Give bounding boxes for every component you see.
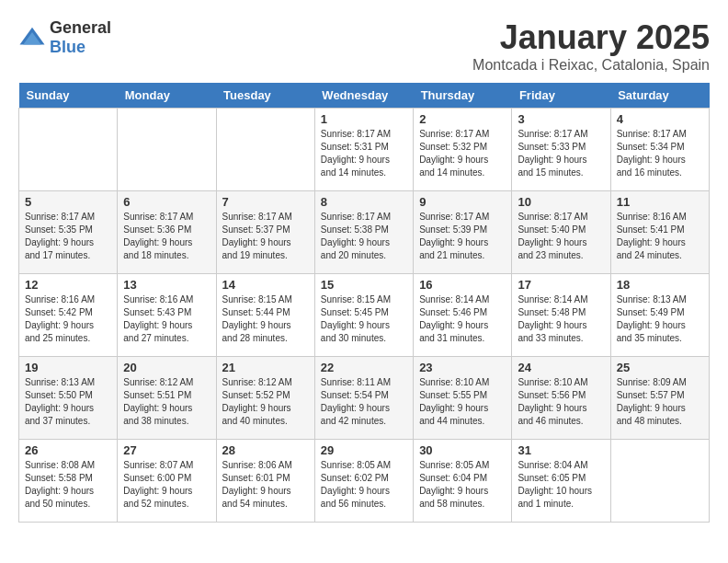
day-info: Sunrise: 8:10 AM Sunset: 5:56 PM Dayligh… [518, 376, 604, 428]
calendar-cell: 9Sunrise: 8:17 AM Sunset: 5:39 PM Daylig… [414, 191, 512, 274]
logo-icon [18, 24, 46, 52]
title-area: January 2025 Montcada i Reixac, Cataloni… [472, 18, 710, 74]
day-info: Sunrise: 8:04 AM Sunset: 6:05 PM Dayligh… [518, 459, 604, 511]
day-info: Sunrise: 8:09 AM Sunset: 5:57 PM Dayligh… [617, 376, 703, 428]
logo-blue-text: Blue [50, 38, 85, 56]
calendar-week-row: 12Sunrise: 8:16 AM Sunset: 5:42 PM Dayli… [19, 274, 710, 357]
calendar-cell: 16Sunrise: 8:14 AM Sunset: 5:46 PM Dayli… [414, 274, 512, 357]
calendar-cell: 12Sunrise: 8:16 AM Sunset: 5:42 PM Dayli… [19, 274, 118, 357]
day-info: Sunrise: 8:17 AM Sunset: 5:31 PM Dayligh… [321, 128, 407, 179]
calendar-cell: 29Sunrise: 8:05 AM Sunset: 6:02 PM Dayli… [314, 440, 413, 523]
calendar-cell: 30Sunrise: 8:05 AM Sunset: 6:04 PM Dayli… [414, 440, 512, 523]
weekday-header-wednesday: Wednesday [314, 83, 413, 109]
day-info: Sunrise: 8:13 AM Sunset: 5:50 PM Dayligh… [25, 376, 111, 428]
day-number: 11 [617, 195, 703, 209]
day-number: 1 [321, 112, 407, 126]
day-info: Sunrise: 8:12 AM Sunset: 5:52 PM Dayligh… [222, 376, 309, 428]
calendar-cell: 13Sunrise: 8:16 AM Sunset: 5:43 PM Dayli… [118, 274, 216, 357]
calendar-cell [610, 440, 709, 523]
day-info: Sunrise: 8:17 AM Sunset: 5:37 PM Dayligh… [222, 211, 309, 262]
calendar-body: 1Sunrise: 8:17 AM Sunset: 5:31 PM Daylig… [19, 109, 710, 523]
day-number: 31 [518, 443, 604, 457]
day-info: Sunrise: 8:16 AM Sunset: 5:41 PM Dayligh… [617, 211, 703, 262]
calendar-cell: 3Sunrise: 8:17 AM Sunset: 5:33 PM Daylig… [512, 109, 610, 191]
day-info: Sunrise: 8:17 AM Sunset: 5:39 PM Dayligh… [419, 211, 506, 262]
calendar-cell: 15Sunrise: 8:15 AM Sunset: 5:45 PM Dayli… [314, 274, 413, 357]
day-number: 10 [518, 195, 604, 209]
day-info: Sunrise: 8:15 AM Sunset: 5:44 PM Dayligh… [222, 293, 309, 345]
month-title: January 2025 [472, 18, 710, 57]
day-info: Sunrise: 8:12 AM Sunset: 5:51 PM Dayligh… [123, 376, 210, 428]
calendar-cell: 23Sunrise: 8:10 AM Sunset: 5:55 PM Dayli… [414, 357, 512, 440]
calendar-cell: 26Sunrise: 8:08 AM Sunset: 5:58 PM Dayli… [19, 440, 118, 523]
day-info: Sunrise: 8:06 AM Sunset: 6:01 PM Dayligh… [222, 459, 309, 511]
calendar-cell: 25Sunrise: 8:09 AM Sunset: 5:57 PM Dayli… [610, 357, 709, 440]
calendar-week-row: 19Sunrise: 8:13 AM Sunset: 5:50 PM Dayli… [19, 357, 710, 440]
calendar-cell: 4Sunrise: 8:17 AM Sunset: 5:34 PM Daylig… [610, 109, 709, 191]
day-number: 26 [25, 443, 111, 457]
day-number: 30 [419, 443, 506, 457]
day-number: 7 [222, 195, 309, 209]
calendar-cell: 5Sunrise: 8:17 AM Sunset: 5:35 PM Daylig… [19, 191, 118, 274]
day-number: 16 [419, 278, 506, 292]
calendar-cell: 31Sunrise: 8:04 AM Sunset: 6:05 PM Dayli… [512, 440, 610, 523]
calendar-cell: 14Sunrise: 8:15 AM Sunset: 5:44 PM Dayli… [216, 274, 314, 357]
calendar-cell: 18Sunrise: 8:13 AM Sunset: 5:49 PM Dayli… [610, 274, 709, 357]
calendar-cell: 1Sunrise: 8:17 AM Sunset: 5:31 PM Daylig… [314, 109, 413, 191]
day-number: 2 [419, 112, 506, 126]
location-title: Montcada i Reixac, Catalonia, Spain [472, 57, 710, 74]
day-info: Sunrise: 8:13 AM Sunset: 5:49 PM Dayligh… [617, 293, 703, 345]
day-info: Sunrise: 8:17 AM Sunset: 5:32 PM Dayligh… [419, 128, 506, 179]
day-number: 8 [321, 195, 407, 209]
day-number: 3 [518, 112, 604, 126]
day-info: Sunrise: 8:08 AM Sunset: 5:58 PM Dayligh… [25, 459, 111, 511]
calendar-cell [19, 109, 118, 191]
weekday-header-sunday: Sunday [19, 83, 118, 109]
day-info: Sunrise: 8:14 AM Sunset: 5:46 PM Dayligh… [419, 293, 506, 345]
day-number: 5 [25, 195, 111, 209]
weekday-header-saturday: Saturday [610, 83, 709, 109]
day-info: Sunrise: 8:15 AM Sunset: 5:45 PM Dayligh… [321, 293, 407, 345]
day-number: 25 [617, 361, 703, 374]
day-number: 22 [321, 361, 407, 374]
day-info: Sunrise: 8:14 AM Sunset: 5:48 PM Dayligh… [518, 293, 604, 345]
day-number: 29 [321, 443, 407, 457]
day-number: 21 [222, 361, 309, 374]
calendar-cell: 2Sunrise: 8:17 AM Sunset: 5:32 PM Daylig… [414, 109, 512, 191]
day-info: Sunrise: 8:17 AM Sunset: 5:38 PM Dayligh… [321, 211, 407, 262]
header: General Blue January 2025 Montcada i Rei… [18, 18, 710, 74]
weekday-header-row: SundayMondayTuesdayWednesdayThursdayFrid… [19, 83, 710, 109]
day-info: Sunrise: 8:16 AM Sunset: 5:42 PM Dayligh… [25, 293, 111, 345]
calendar-cell [118, 109, 216, 191]
calendar-cell: 17Sunrise: 8:14 AM Sunset: 5:48 PM Dayli… [512, 274, 610, 357]
calendar-cell: 8Sunrise: 8:17 AM Sunset: 5:38 PM Daylig… [314, 191, 413, 274]
day-number: 27 [123, 443, 210, 457]
calendar-header: SundayMondayTuesdayWednesdayThursdayFrid… [19, 83, 710, 109]
calendar-cell: 7Sunrise: 8:17 AM Sunset: 5:37 PM Daylig… [216, 191, 314, 274]
day-info: Sunrise: 8:17 AM Sunset: 5:35 PM Dayligh… [25, 211, 111, 262]
logo-general-text: General [50, 18, 111, 37]
day-number: 28 [222, 443, 309, 457]
calendar-cell: 22Sunrise: 8:11 AM Sunset: 5:54 PM Dayli… [314, 357, 413, 440]
day-info: Sunrise: 8:05 AM Sunset: 6:02 PM Dayligh… [321, 459, 407, 511]
day-number: 6 [123, 195, 210, 209]
day-number: 15 [321, 278, 407, 292]
day-number: 23 [419, 361, 506, 374]
day-number: 18 [617, 278, 703, 292]
calendar-cell: 19Sunrise: 8:13 AM Sunset: 5:50 PM Dayli… [19, 357, 118, 440]
weekday-header-monday: Monday [118, 83, 216, 109]
calendar-cell: 11Sunrise: 8:16 AM Sunset: 5:41 PM Dayli… [610, 191, 709, 274]
calendar-cell: 6Sunrise: 8:17 AM Sunset: 5:36 PM Daylig… [118, 191, 216, 274]
calendar-cell: 24Sunrise: 8:10 AM Sunset: 5:56 PM Dayli… [512, 357, 610, 440]
day-info: Sunrise: 8:16 AM Sunset: 5:43 PM Dayligh… [123, 293, 210, 345]
day-info: Sunrise: 8:17 AM Sunset: 5:33 PM Dayligh… [518, 128, 604, 179]
day-info: Sunrise: 8:07 AM Sunset: 6:00 PM Dayligh… [123, 459, 210, 511]
logo: General Blue [18, 18, 111, 57]
day-number: 12 [25, 278, 111, 292]
weekday-header-friday: Friday [512, 83, 610, 109]
calendar-cell: 27Sunrise: 8:07 AM Sunset: 6:00 PM Dayli… [118, 440, 216, 523]
day-number: 20 [123, 361, 210, 374]
day-number: 9 [419, 195, 506, 209]
day-number: 24 [518, 361, 604, 374]
calendar-cell: 20Sunrise: 8:12 AM Sunset: 5:51 PM Dayli… [118, 357, 216, 440]
